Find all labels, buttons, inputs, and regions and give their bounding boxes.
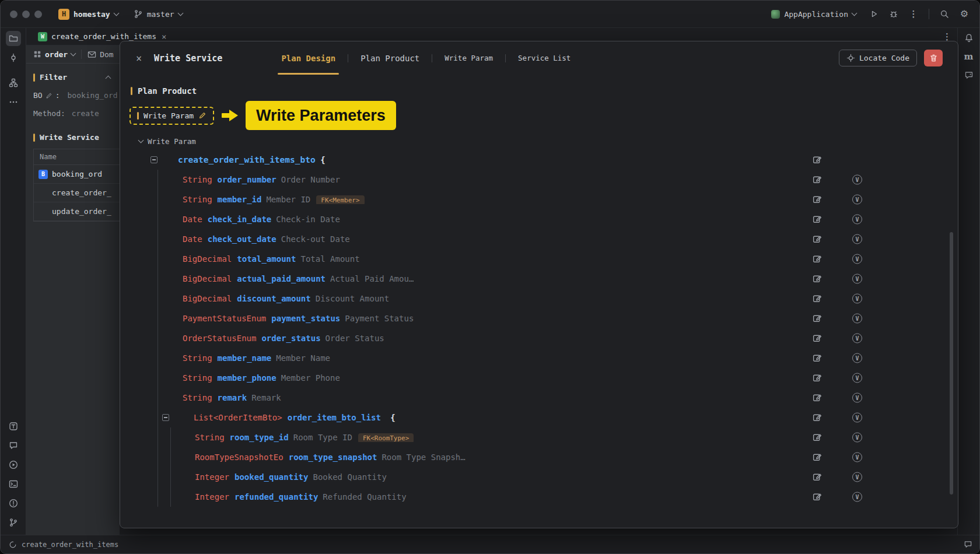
edit-field-icon[interactable] [812, 433, 822, 443]
terminal-tool-button[interactable] [6, 476, 21, 492]
todo-tool-button[interactable] [6, 419, 21, 434]
settings-button[interactable]: ⚙ [957, 7, 971, 21]
maven-tool-button[interactable]: m [961, 49, 977, 64]
tree-field-row[interactable]: Stringmember_phoneMember PhoneV [120, 368, 958, 388]
edit-field-icon[interactable] [812, 274, 822, 284]
delete-button[interactable] [924, 50, 943, 66]
dialog-tab-plan-product[interactable]: Plan Product [360, 41, 419, 75]
tree-field-row[interactable]: Integerbooked_quantityBooked QuantityV [120, 467, 958, 487]
tree-field-row[interactable]: Stringmember_idMember IDFK<Member>V [120, 190, 958, 209]
edit-field-icon[interactable] [812, 195, 822, 205]
collapse-minus-icon[interactable] [162, 414, 169, 421]
tree-field-row[interactable]: RoomTypeSnapshotEoroom_type_snapshotRoom… [120, 447, 958, 467]
commit-tool-button[interactable] [6, 50, 21, 65]
edit-field-icon[interactable] [812, 472, 822, 482]
dialog-tab-write-param[interactable]: Write Param [444, 41, 493, 75]
validation-icon[interactable]: V [852, 453, 862, 462]
edit-field-icon[interactable] [812, 413, 822, 423]
notifications-button[interactable] [961, 30, 977, 45]
project-selector[interactable]: H homestay [54, 6, 123, 22]
tree-field-row[interactable]: Datecheck_out_dateCheck-out DateV [120, 229, 958, 249]
validation-icon[interactable]: V [852, 492, 862, 502]
dialog-tab-plan-design[interactable]: Plan Design [281, 41, 335, 75]
validation-icon[interactable]: V [852, 274, 862, 284]
validation-icon[interactable]: V [852, 175, 862, 185]
tree-root-row[interactable]: create_order_with_items_bto { [120, 150, 958, 170]
filter-section-header[interactable]: Filter [33, 73, 120, 82]
tree-field-row[interactable]: BigDecimaltotal_amountTotal AmountV [120, 249, 958, 269]
services-tool-button[interactable] [6, 457, 21, 472]
dialog-tab-service-list[interactable]: Service List [518, 41, 570, 75]
validation-icon[interactable]: V [852, 215, 862, 225]
debug-button[interactable] [887, 7, 901, 21]
tree-field-row[interactable]: StringremarkRemarkV [120, 388, 958, 408]
edit-field-icon[interactable] [812, 175, 822, 185]
domain-tab[interactable]: Dom [100, 50, 113, 59]
edit-field-icon[interactable] [812, 353, 822, 363]
more-tool-windows-button[interactable] [6, 94, 21, 110]
method-filter-row[interactable]: Method: create [33, 109, 120, 118]
validation-icon[interactable]: V [852, 294, 862, 304]
tree-field-row[interactable]: BigDecimaldiscount_amountDiscount Amount… [120, 289, 958, 308]
edit-field-icon[interactable] [812, 234, 822, 244]
validation-icon[interactable]: V [852, 472, 862, 482]
validation-icon[interactable]: V [852, 254, 862, 264]
collapse-up-icon[interactable] [106, 76, 111, 82]
tree-section-header[interactable]: Write Param [139, 137, 958, 146]
tree-field-row[interactable]: Stringroom_type_idRoom Type IDFK<RoomTyp… [120, 427, 958, 447]
tree-list-row[interactable]: List<OrderItemBto>order_item_bto_list {V [120, 408, 958, 427]
search-everywhere-button[interactable] [937, 7, 951, 21]
tree-field-row[interactable]: OrderStatusEnumorder_statusOrder StatusV [120, 328, 958, 348]
problems-tool-button[interactable] [6, 496, 21, 511]
run-config-selector[interactable]: AppApplication [766, 8, 861, 21]
edit-field-icon[interactable] [812, 453, 822, 462]
tree-field-row[interactable]: Integerrefunded_quantityRefunded Quantit… [120, 487, 958, 507]
edit-field-icon[interactable] [812, 215, 822, 225]
dialog-scrollbar[interactable] [950, 232, 953, 495]
traffic-light-zoom[interactable] [34, 10, 42, 18]
edit-field-icon[interactable] [812, 155, 822, 165]
write-param-button[interactable]: Write Param [130, 107, 214, 125]
traffic-light-close[interactable] [10, 10, 18, 18]
tree-field-row[interactable]: Datecheck_in_dateCheck-in DateV [120, 209, 958, 229]
tree-field-row[interactable]: Stringorder_numberOrder NumberV [120, 170, 958, 190]
project-tool-button[interactable] [6, 31, 21, 46]
tab-close-icon[interactable]: × [162, 32, 166, 41]
edit-field-icon[interactable] [812, 393, 822, 403]
validation-icon[interactable]: V [852, 353, 862, 363]
collapse-minus-icon[interactable] [150, 156, 158, 163]
validation-icon[interactable]: V [852, 413, 862, 423]
ai-assistant-tool-button[interactable] [6, 438, 21, 453]
service-row[interactable]: Bbooking_ord [34, 165, 120, 184]
tab-list-icon[interactable]: ⋮ [943, 31, 951, 42]
validation-icon[interactable]: V [852, 234, 862, 244]
tree-field-row[interactable]: Stringmember_nameMember NameV [120, 348, 958, 368]
edit-field-icon[interactable] [812, 373, 822, 383]
edit-field-icon[interactable] [812, 254, 822, 264]
edit-field-icon[interactable] [812, 294, 822, 304]
traffic-light-minimize[interactable] [22, 10, 30, 18]
more-actions-button[interactable]: ⋮ [907, 7, 921, 21]
validation-icon[interactable]: V [852, 334, 862, 343]
edit-field-icon[interactable] [812, 314, 822, 324]
validation-icon[interactable]: V [852, 195, 862, 205]
validation-icon[interactable]: V [852, 433, 862, 443]
branch-selector[interactable]: master [129, 7, 187, 21]
service-row[interactable]: update_order_ [34, 202, 120, 221]
tree-field-row[interactable]: BigDecimalactual_paid_amountActual Paid … [120, 269, 958, 289]
locate-code-button[interactable]: Locate Code [839, 50, 917, 66]
tree-field-row[interactable]: PaymentStatusEnumpayment_statusPayment S… [120, 308, 958, 328]
edit-field-icon[interactable] [812, 492, 822, 502]
run-button[interactable] [867, 7, 881, 21]
structure-tool-button[interactable] [6, 75, 21, 90]
close-icon[interactable]: × [133, 52, 145, 64]
bo-filter-row[interactable]: BO : booking_ord [33, 91, 120, 100]
ai-assistant-side-button[interactable] [961, 68, 977, 83]
ai-chat-icon[interactable] [964, 540, 972, 549]
validation-icon[interactable]: V [852, 373, 862, 383]
validation-icon[interactable]: V [852, 314, 862, 324]
module-selector[interactable]: order [45, 50, 68, 59]
validation-icon[interactable]: V [852, 393, 862, 403]
service-row[interactable]: create_order_ [34, 184, 120, 202]
edit-field-icon[interactable] [812, 334, 822, 343]
